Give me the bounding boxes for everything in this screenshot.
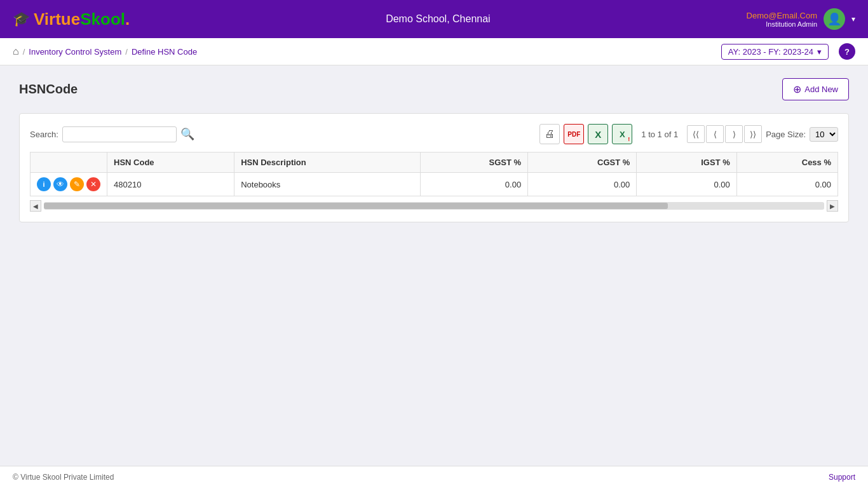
logo-dot: . — [125, 10, 130, 29]
pagination-buttons: ⟨⟨ ⟨ ⟩ ⟩⟩ — [687, 125, 762, 143]
view-button[interactable]: 👁 — [53, 177, 67, 191]
user-info: Demo@Email.Com Institution Admin — [747, 11, 817, 28]
school-name: Demo School, Chennai — [386, 13, 491, 25]
col-cess: Cess % — [736, 152, 837, 173]
pagination-info: 1 to 1 of 1 — [641, 130, 678, 139]
breadcrumb: ⌂ / Inventory Control System / Define HS… — [13, 46, 197, 57]
action-icons: i 👁 ✎ ✕ — [37, 177, 100, 191]
scroll-right-button[interactable]: ▶ — [827, 200, 838, 212]
add-new-label: Add New — [804, 85, 838, 94]
edit-button[interactable]: ✎ — [70, 177, 84, 191]
table-scroll-wrap: HSN Code HSN Description SGST % CGST % I… — [30, 152, 838, 196]
breadcrumb-bar: ⌂ / Inventory Control System / Define HS… — [0, 38, 868, 65]
avatar[interactable]: 👤 — [824, 8, 845, 30]
help-button[interactable]: ? — [839, 43, 855, 60]
row-hsn-code: 480210 — [107, 173, 234, 196]
breadcrumb-current: Define HSN Code — [132, 47, 197, 57]
excel-button[interactable]: X — [588, 124, 608, 144]
row-igst: 0.00 — [637, 173, 736, 196]
col-actions — [31, 152, 107, 173]
breadcrumb-inventory[interactable]: Inventory Control System — [29, 47, 121, 57]
info-button[interactable]: i — [37, 177, 51, 191]
col-sgst: SGST % — [420, 152, 527, 173]
footer-support[interactable]: Support — [829, 473, 855, 482]
footer-copyright: © Virtue Skool Private Limited — [13, 473, 114, 482]
prev-page-button[interactable]: ⟨ — [706, 125, 724, 143]
search-label: Search: — [30, 130, 58, 139]
logo-text: VirtueSkool. — [34, 10, 130, 29]
page-header: HSNCode ⊕ Add New — [19, 78, 849, 100]
home-icon[interactable]: ⌂ — [13, 46, 19, 57]
scroll-thumb — [44, 203, 668, 209]
row-cgst: 0.00 — [528, 173, 637, 196]
table-toolbar: Search: 🔍 🖨 PDF X X! 1 to 1 of 1 ⟨⟨ ⟨ ⟩ … — [30, 124, 838, 144]
search-input[interactable] — [62, 126, 177, 142]
first-page-button[interactable]: ⟨⟨ — [687, 125, 705, 143]
row-sgst: 0.00 — [420, 173, 527, 196]
search-group: Search: 🔍 — [30, 126, 194, 142]
last-page-button[interactable]: ⟩⟩ — [744, 125, 762, 143]
row-hsn-description: Notebooks — [234, 173, 421, 196]
header: 🎓 VirtueSkool. Demo School, Chennai Demo… — [0, 0, 868, 38]
ay-selector[interactable]: AY: 2023 - FY: 2023-24 ▾ — [721, 44, 829, 60]
row-actions: i 👁 ✎ ✕ — [31, 173, 107, 196]
pdf-button[interactable]: PDF — [564, 124, 584, 144]
header-right: Demo@Email.Com Institution Admin 👤 ▾ — [747, 8, 855, 30]
search-button[interactable]: 🔍 — [180, 127, 194, 141]
user-role: Institution Admin — [747, 20, 817, 28]
table-body: i 👁 ✎ ✕ 480210 Notebooks 0.00 0.00 0.00 … — [31, 173, 838, 196]
col-hsn-description: HSN Description — [234, 152, 421, 173]
page-size-group: Page Size: 10 25 50 — [766, 127, 838, 142]
excel2-button[interactable]: X! — [612, 124, 632, 144]
user-email: Demo@Email.Com — [747, 11, 817, 20]
table-header-row: HSN Code HSN Description SGST % CGST % I… — [31, 152, 838, 173]
page-title: HSNCode — [19, 82, 78, 97]
scroll-left-button[interactable]: ◀ — [30, 200, 41, 212]
next-page-button[interactable]: ⟩ — [725, 125, 743, 143]
footer: © Virtue Skool Private Limited Support — [0, 466, 868, 488]
data-table: HSN Code HSN Description SGST % CGST % I… — [30, 152, 838, 196]
table-head: HSN Code HSN Description SGST % CGST % I… — [31, 152, 838, 173]
page-size-label: Page Size: — [766, 130, 806, 139]
col-igst: IGST % — [637, 152, 736, 173]
row-cess: 0.00 — [736, 173, 837, 196]
table-row: i 👁 ✎ ✕ 480210 Notebooks 0.00 0.00 0.00 … — [31, 173, 838, 196]
breadcrumb-sep-2: / — [125, 47, 128, 57]
col-cgst: CGST % — [528, 152, 637, 173]
delete-button[interactable]: ✕ — [86, 177, 100, 191]
add-new-button[interactable]: ⊕ Add New — [782, 78, 849, 100]
main-content: HSNCode ⊕ Add New Search: 🔍 🖨 PDF X X! 1… — [0, 65, 868, 466]
ay-dropdown-arrow: ▾ — [817, 47, 822, 57]
ay-selector-label: AY: 2023 - FY: 2023-24 — [728, 47, 813, 57]
scroll-bar-area: ◀ ▶ — [30, 200, 838, 212]
plus-circle-icon: ⊕ — [793, 83, 801, 95]
breadcrumb-sep-1: / — [23, 47, 25, 57]
logo: 🎓 VirtueSkool. — [13, 10, 130, 29]
print-button[interactable]: 🖨 — [539, 124, 560, 144]
logo-hat-icon: 🎓 — [13, 11, 30, 27]
scroll-track[interactable] — [44, 202, 824, 210]
logo-skool: Skool — [80, 10, 125, 29]
page-size-select[interactable]: 10 25 50 — [810, 127, 838, 142]
toolbar-right: 🖨 PDF X X! 1 to 1 of 1 ⟨⟨ ⟨ ⟩ ⟩⟩ Page Si… — [539, 124, 838, 144]
logo-virtue: Virtue — [34, 10, 80, 29]
table-panel: Search: 🔍 🖨 PDF X X! 1 to 1 of 1 ⟨⟨ ⟨ ⟩ … — [19, 113, 849, 222]
user-dropdown-arrow[interactable]: ▾ — [851, 15, 855, 24]
col-hsn-code: HSN Code — [107, 152, 234, 173]
